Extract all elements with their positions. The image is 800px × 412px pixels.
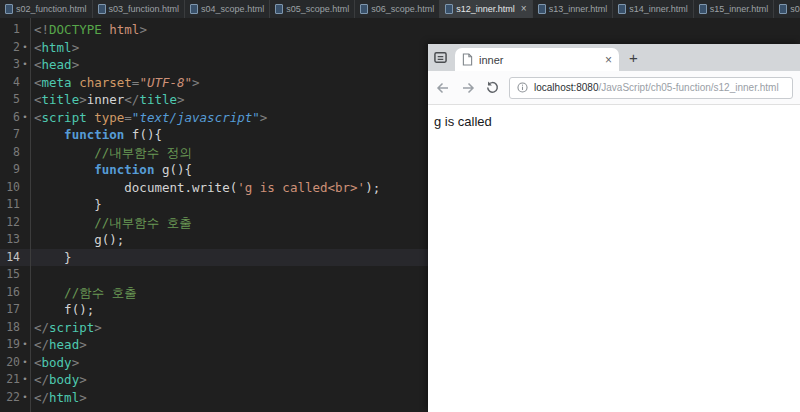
line-marker: • — [20, 354, 30, 372]
file-icon — [360, 4, 368, 14]
line-marker: • — [20, 389, 30, 407]
line-marker — [20, 319, 30, 337]
line-marker — [20, 231, 30, 249]
code-text: f(); — [30, 301, 94, 319]
info-icon — [516, 81, 529, 94]
code-text: </body> — [30, 371, 87, 389]
gutter-separator — [30, 18, 31, 412]
url-host: localhost:8080 — [534, 82, 599, 93]
code-text: <title>inner</title> — [30, 91, 185, 109]
line-marker: • — [20, 371, 30, 389]
editor-tab[interactable]: s01_isFinite.html — [774, 0, 800, 18]
browser-content: g is called — [428, 105, 800, 412]
line-marker: • — [20, 336, 30, 354]
screen: s02_function.htmls03_function.htmls04_sc… — [0, 0, 800, 412]
line-number: 6 — [0, 109, 20, 127]
line-marker — [20, 284, 30, 302]
line-marker — [20, 249, 30, 267]
line-number: 19 — [0, 336, 20, 354]
code-text: } — [30, 249, 72, 267]
code-text: //내부함수 호출 — [30, 214, 192, 232]
code-text: </html> — [30, 389, 87, 407]
code-text: <head> — [30, 56, 79, 74]
code-text: <!DOCTYPE html> — [30, 21, 147, 39]
line-number: 15 — [0, 266, 20, 284]
file-icon — [538, 4, 546, 14]
editor-tab-label: s13_inner.html — [549, 4, 608, 14]
line-number: 13 — [0, 231, 20, 249]
code-text: } — [30, 196, 102, 214]
editor-tab[interactable]: s04_scope.html — [185, 0, 270, 18]
line-marker: • — [20, 56, 30, 74]
browser-window: inner × + — [428, 44, 800, 412]
back-icon — [435, 80, 451, 96]
editor-tab[interactable]: s03_function.html — [93, 0, 186, 18]
line-marker — [20, 179, 30, 197]
code-line[interactable]: 1<!DOCTYPE html> — [0, 21, 800, 39]
editor-tab[interactable]: s15_inner.html — [694, 0, 775, 18]
editor-tab-bar: s02_function.htmls03_function.htmls04_sc… — [0, 0, 800, 19]
line-number: 22 — [0, 389, 20, 407]
editor-tab-label: s14_inner.html — [629, 4, 688, 14]
code-text: <script type="text/javascript"> — [30, 109, 267, 127]
line-number: 11 — [0, 196, 20, 214]
forward-icon — [460, 80, 476, 96]
code-text: //함수 호출 — [30, 284, 137, 302]
refresh-icon — [485, 80, 500, 95]
editor-tab[interactable]: s12_inner.html× — [440, 0, 532, 18]
page-text: g is called — [434, 114, 492, 129]
code-text: function g(){ — [30, 161, 192, 179]
file-icon — [5, 4, 13, 14]
file-icon — [618, 4, 626, 14]
editor-tab-label: s05_scope.html — [286, 4, 349, 14]
line-marker — [20, 74, 30, 92]
line-marker — [20, 196, 30, 214]
tab-list-button[interactable] — [434, 51, 447, 64]
editor-tab[interactable]: s13_inner.html — [533, 0, 614, 18]
line-number: 4 — [0, 74, 20, 92]
code-text: </head> — [30, 336, 87, 354]
code-text: <meta charset="UTF-8"> — [30, 74, 200, 92]
line-number: 1 — [0, 21, 20, 39]
line-number: 21 — [0, 371, 20, 389]
line-number: 8 — [0, 144, 20, 162]
page-icon — [462, 53, 473, 66]
url-text: localhost:8080/JavaScript/ch05-function/… — [534, 82, 779, 93]
refresh-button[interactable] — [485, 80, 500, 95]
line-marker — [20, 21, 30, 39]
line-marker — [20, 301, 30, 319]
line-marker: • — [20, 109, 30, 127]
line-marker — [20, 144, 30, 162]
file-icon — [445, 4, 453, 14]
editor-tab[interactable]: s14_inner.html — [613, 0, 694, 18]
browser-tab-title: inner — [479, 54, 599, 66]
back-button[interactable] — [435, 80, 451, 96]
line-number: 9 — [0, 161, 20, 179]
line-marker: • — [20, 39, 30, 57]
file-icon — [699, 4, 707, 14]
editor-tab[interactable]: s05_scope.html — [270, 0, 355, 18]
editor-tab-label: s01_isFinite.html — [790, 4, 800, 14]
file-icon — [779, 4, 787, 14]
editor-tab-close-icon[interactable]: × — [521, 4, 527, 14]
file-icon — [275, 4, 283, 14]
line-marker — [20, 126, 30, 144]
code-text: function f(){ — [30, 126, 162, 144]
file-icon — [190, 4, 198, 14]
browser-tab-close-icon[interactable]: × — [605, 54, 612, 66]
address-bar[interactable]: localhost:8080/JavaScript/ch05-function/… — [509, 77, 793, 99]
file-icon — [98, 4, 106, 14]
line-number: 12 — [0, 214, 20, 232]
browser-toolbar: localhost:8080/JavaScript/ch05-function/… — [428, 71, 800, 105]
browser-tab[interactable]: inner × — [455, 48, 619, 71]
code-text: document.write('g is called<br>'); — [30, 179, 380, 197]
editor-tab-label: s15_inner.html — [710, 4, 769, 14]
forward-button[interactable] — [460, 80, 476, 96]
editor-tab[interactable]: s02_function.html — [0, 0, 93, 18]
new-tab-button[interactable]: + — [629, 50, 638, 65]
line-number: 5 — [0, 91, 20, 109]
editor-tab[interactable]: s06_scope.html — [355, 0, 440, 18]
line-number: 16 — [0, 284, 20, 302]
line-marker — [20, 91, 30, 109]
editor-tab-label: s04_scope.html — [201, 4, 264, 14]
